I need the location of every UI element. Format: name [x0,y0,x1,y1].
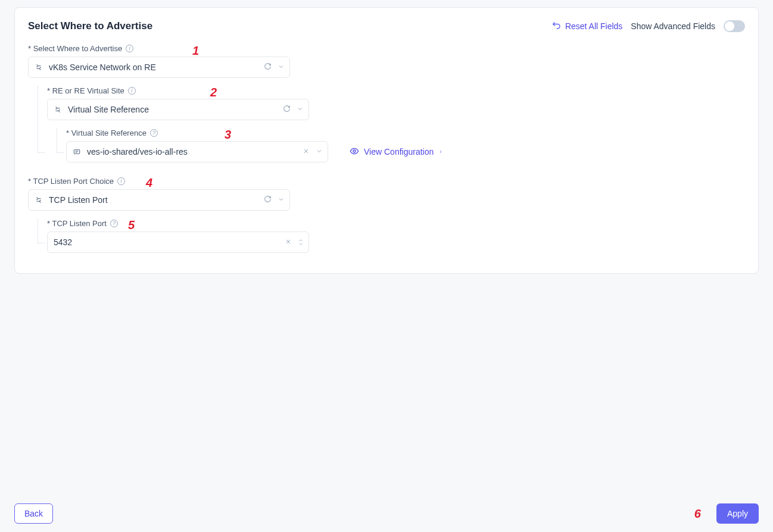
card-title: Select Where to Advertise [28,20,152,32]
re-virtual-site-label: * RE or RE Virtual Site [47,86,124,95]
advertise-where-label-row: * Select Where to Advertise i [28,44,745,53]
advertise-where-select[interactable]: vK8s Service Network on RE [28,57,290,78]
number-stepper[interactable] [298,239,304,246]
chevron-down-icon[interactable] [316,146,323,157]
footer: Back 6 Apply [14,503,759,524]
clear-icon[interactable] [303,146,310,157]
reset-label: Reset All Fields [565,21,622,31]
tcp-port-label-row: * TCP Listen Port ? [47,219,745,228]
port-choice-label-row: * TCP Listen Port Choice i [28,177,745,186]
advertise-where-value: vK8s Service Network on RE [49,62,264,72]
card-list-icon [73,148,81,156]
field-virtual-site-ref-block: * Virtual Site Reference ? ves-io-shared… [53,129,745,162]
info-icon[interactable]: i [117,177,125,185]
tcp-port-input-wrapper [47,231,309,253]
card-header: Select Where to Advertise Reset All Fiel… [28,20,745,32]
reset-all-fields-link[interactable]: Reset All Fields [551,20,622,32]
field-port-choice: * TCP Listen Port Choice i TCP Listen Po… [28,177,745,253]
re-virtual-site-select[interactable]: Virtual Site Reference [47,99,309,120]
refresh-icon[interactable] [283,104,291,115]
port-choice-select[interactable]: TCP Listen Port [28,189,290,211]
advanced-fields-label: Show Advanced Fields [631,21,715,31]
eye-icon [350,146,359,158]
chevron-down-icon[interactable] [278,195,285,205]
diamond-arrows-icon [35,63,43,71]
info-icon[interactable]: i [126,45,133,52]
back-button[interactable]: Back [14,503,53,524]
chevron-right-icon [438,147,443,157]
svg-rect-0 [74,150,79,154]
header-actions: Reset All Fields Show Advanced Fields [551,20,745,32]
advanced-fields-toggle[interactable] [724,20,745,32]
chevron-down-icon[interactable] [297,104,304,115]
diamond-arrows-icon [54,105,62,114]
help-icon[interactable]: ? [110,220,118,227]
view-configuration-link[interactable]: View Configuration [350,146,443,158]
field-advertise-where: * Select Where to Advertise i vK8s Servi… [28,44,745,162]
virtual-site-ref-label: * Virtual Site Reference [66,129,147,137]
toggle-knob [725,21,734,31]
advertise-where-label: * Select Where to Advertise [28,44,122,53]
field-re-virtual-site-block: * RE or RE Virtual Site i Virtual Site R… [34,86,745,162]
port-choice-label: * TCP Listen Port Choice [28,177,114,186]
annotation-6: 6 [694,507,701,521]
help-icon[interactable]: ? [150,129,158,137]
view-config-label: View Configuration [364,147,434,157]
diamond-arrows-icon [35,196,43,204]
svg-point-1 [353,150,356,152]
info-icon[interactable]: i [128,87,136,95]
undo-icon [551,20,562,32]
virtual-site-ref-label-row: * Virtual Site Reference ? [66,129,745,137]
re-virtual-site-value: Virtual Site Reference [68,105,283,114]
advertise-card: Select Where to Advertise Reset All Fiel… [14,7,759,274]
tcp-port-label: * TCP Listen Port [47,219,107,228]
port-choice-value: TCP Listen Port [49,195,264,205]
clear-icon[interactable] [285,237,292,248]
refresh-icon[interactable] [264,62,272,73]
chevron-down-icon[interactable] [278,62,285,73]
virtual-site-ref-value: ves-io-shared/ves-io-all-res [87,147,303,157]
re-virtual-site-label-row: * RE or RE Virtual Site i [47,86,745,95]
field-tcp-port-block: * TCP Listen Port ? 5 [34,219,745,253]
apply-button[interactable]: Apply [716,503,759,524]
refresh-icon[interactable] [264,195,272,205]
virtual-site-ref-select[interactable]: ves-io-shared/ves-io-all-res [66,141,328,162]
tcp-port-input[interactable] [54,237,285,247]
